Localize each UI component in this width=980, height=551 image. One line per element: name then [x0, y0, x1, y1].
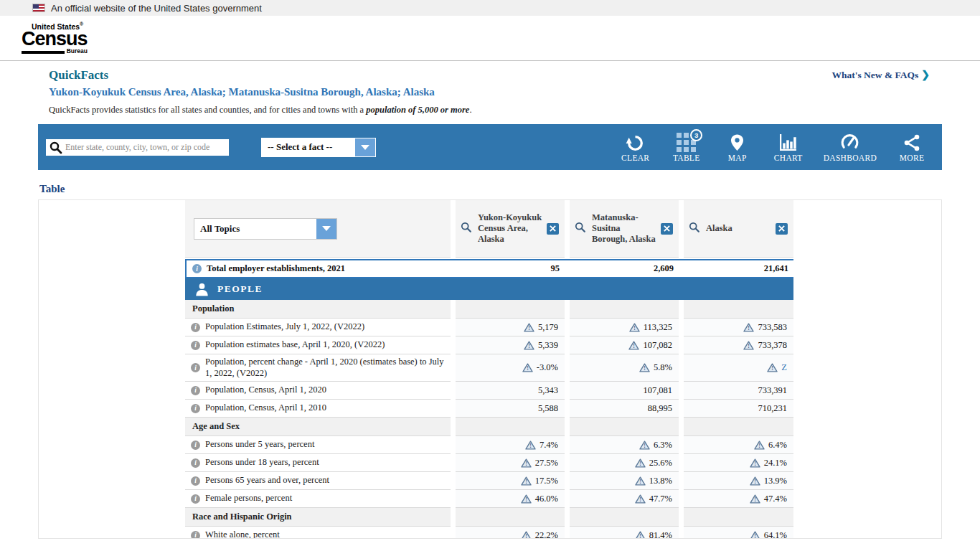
search-input[interactable]	[46, 139, 229, 156]
row-label: iFemale persons, percent	[185, 490, 451, 508]
row-value: !-3.0%	[456, 354, 565, 382]
warning-triangle-icon[interactable]: !	[521, 531, 532, 540]
info-icon[interactable]: i	[191, 476, 200, 486]
search-icon[interactable]	[689, 222, 700, 236]
table-row[interactable]: iWhite alone, percent!22.2%!81.4%!64.1%	[185, 527, 793, 539]
table-row[interactable]: iPopulation, Census, April 1, 20205,3431…	[185, 382, 793, 400]
warning-triangle-icon[interactable]: !	[524, 341, 534, 350]
svg-text:!: !	[633, 325, 636, 331]
toolbar-more-button[interactable]: MORE	[896, 132, 928, 162]
warning-triangle-icon[interactable]: !	[750, 531, 760, 540]
warning-triangle-icon[interactable]: !	[521, 458, 532, 468]
row-value: 2,609	[571, 260, 680, 277]
chevron-down-icon[interactable]	[355, 138, 375, 156]
warning-triangle-icon[interactable]: !	[750, 458, 760, 468]
toolbar-map-button[interactable]: MAP	[722, 132, 753, 162]
table-row[interactable]: iPersons under 18 years, percent!27.5%!2…	[185, 454, 793, 472]
warning-triangle-icon[interactable]: !	[639, 441, 650, 450]
svg-text:!: !	[527, 365, 529, 372]
info-icon[interactable]: i	[191, 323, 200, 332]
warning-triangle-icon[interactable]: !	[521, 476, 532, 486]
section-header-row: Population	[185, 300, 793, 319]
row-value: !5,179	[456, 319, 565, 336]
info-icon[interactable]: i	[191, 386, 200, 395]
svg-text:!: !	[525, 496, 527, 503]
toolbar-dashboard-button[interactable]: DASHBOARD	[824, 132, 877, 162]
svg-text:!: !	[772, 365, 774, 372]
info-icon[interactable]: i	[191, 494, 200, 504]
info-icon[interactable]: i	[191, 458, 200, 468]
svg-text:!: !	[633, 343, 636, 349]
info-icon[interactable]: i	[191, 404, 200, 413]
warning-triangle-icon[interactable]: !	[629, 323, 640, 332]
warning-triangle-icon[interactable]: !	[635, 494, 646, 504]
warning-triangle-icon[interactable]: !	[750, 494, 760, 504]
row-value: !47.7%	[570, 490, 679, 508]
info-icon[interactable]: i	[191, 531, 200, 540]
row-value: !Z	[684, 354, 793, 382]
close-icon[interactable]	[661, 223, 673, 235]
gov-banner-text: An official website of the United States…	[51, 3, 262, 14]
info-icon[interactable]: i	[191, 363, 200, 372]
info-icon[interactable]: i	[191, 341, 200, 350]
info-icon[interactable]: i	[192, 264, 202, 273]
toolbar-buttons: CLEAR3TABLEMAPCHARTDASHBOARDMORE	[620, 132, 942, 162]
table-row[interactable]: iPersons under 5 years, percent!7.4%!6.3…	[185, 436, 793, 454]
share-icon	[903, 132, 921, 153]
warning-triangle-icon[interactable]: !	[522, 363, 533, 372]
warning-triangle-icon[interactable]: !	[635, 458, 646, 468]
row-value: 21,641	[685, 260, 795, 277]
chevron-down-icon[interactable]	[316, 219, 336, 239]
warning-triangle-icon[interactable]: !	[635, 476, 646, 486]
toolbar-table-button[interactable]: 3TABLE	[671, 132, 702, 162]
table-row[interactable]: iFemale persons, percent!46.0%!47.7%!47.…	[185, 490, 793, 508]
row-label: iPopulation, Census, April 1, 2010	[185, 400, 451, 418]
row-value: !46.0%	[456, 490, 565, 508]
warning-triangle-icon[interactable]: !	[750, 476, 760, 486]
row-value: !17.5%	[456, 472, 565, 490]
warning-triangle-icon[interactable]: !	[635, 531, 646, 540]
census-logo[interactable]: United States® Census Bureau	[22, 22, 88, 55]
row-label: iPersons under 18 years, percent	[185, 454, 451, 472]
toolbar-clear-button[interactable]: CLEAR	[620, 132, 651, 162]
warning-triangle-icon[interactable]: !	[754, 441, 765, 450]
warning-triangle-icon[interactable]: !	[767, 363, 778, 372]
census-logo-wordmark: Census	[22, 31, 88, 47]
table-row[interactable]: iPopulation estimates base, April 1, 202…	[185, 336, 793, 354]
toolbar-button-label: TABLE	[673, 154, 700, 162]
section-header-row: Age and Sex	[185, 418, 793, 436]
svg-text:!: !	[758, 443, 760, 449]
whats-new-link[interactable]: What's New & FAQs❯	[831, 69, 930, 81]
warning-triangle-icon[interactable]: !	[743, 323, 754, 332]
warning-triangle-icon[interactable]: !	[524, 323, 534, 332]
table-row[interactable]: iPopulation Estimates, July 1, 2022, (V2…	[185, 319, 793, 336]
table-row[interactable]: iPersons 65 years and over, percent!17.5…	[185, 472, 793, 490]
row-value: !13.8%	[570, 472, 679, 490]
table-row[interactable]: iPopulation, Census, April 1, 20105,5888…	[185, 400, 793, 418]
svg-text:!: !	[644, 365, 646, 372]
search-icon[interactable]	[461, 222, 472, 236]
svg-text:!: !	[525, 479, 527, 485]
people-section-bar: PEOPLE	[185, 278, 793, 300]
warning-triangle-icon[interactable]: !	[743, 341, 754, 350]
highlighted-row[interactable]: i Total employer establishments, 2021 95…	[185, 259, 793, 278]
close-icon[interactable]	[547, 223, 559, 235]
all-topics-dropdown[interactable]: All Topics	[194, 218, 337, 240]
warning-triangle-icon[interactable]: !	[525, 441, 536, 450]
chevron-right-icon: ❯	[921, 70, 930, 80]
footnote-link[interactable]: Z	[781, 362, 787, 373]
row-value: !24.1%	[684, 454, 793, 472]
warning-triangle-icon[interactable]: !	[628, 341, 639, 350]
row-value: !733,378	[684, 336, 793, 354]
toolbar: -- Select a fact -- CLEAR3TABLEMAPCHARTD…	[38, 124, 942, 170]
svg-text:!: !	[639, 496, 641, 503]
info-icon[interactable]: i	[191, 441, 200, 450]
warning-triangle-icon[interactable]: !	[639, 363, 650, 372]
search-icon[interactable]	[575, 222, 586, 236]
svg-text:!: !	[748, 325, 750, 331]
select-a-fact-dropdown[interactable]: -- Select a fact --	[261, 138, 376, 157]
close-icon[interactable]	[776, 223, 788, 235]
warning-triangle-icon[interactable]: !	[521, 494, 532, 504]
toolbar-chart-button[interactable]: CHART	[773, 132, 804, 162]
table-row[interactable]: iPopulation, percent change - April 1, 2…	[185, 354, 793, 382]
